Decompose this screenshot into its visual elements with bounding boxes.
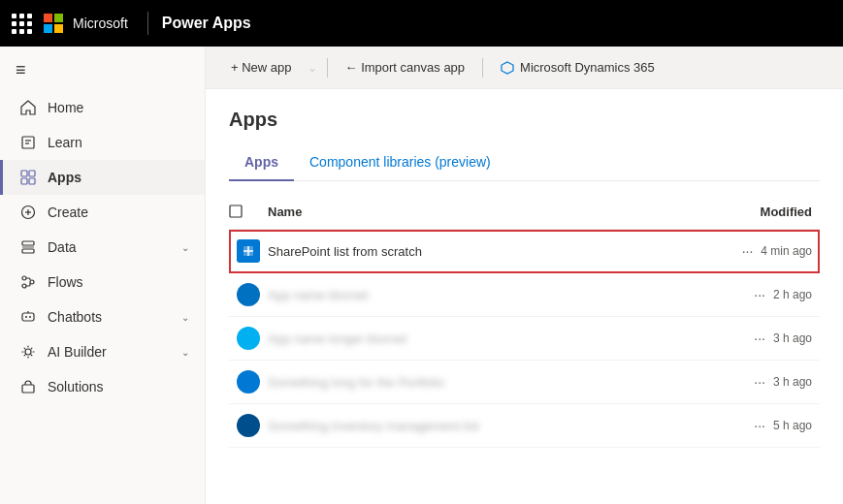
app-modified-time: 3 h ago bbox=[773, 331, 812, 345]
app-meta: ··· 4 min ago bbox=[696, 243, 812, 259]
toolbar-chevron: ⌄ bbox=[308, 61, 317, 75]
row-more-options[interactable]: ··· bbox=[754, 331, 765, 346]
app-modified-time: 2 h ago bbox=[773, 288, 812, 301]
row-more-options[interactable]: ··· bbox=[754, 287, 765, 302]
new-app-button[interactable]: + New app bbox=[221, 54, 302, 80]
main-content: + New app ⌄ ← Import canvas app Microsof… bbox=[206, 47, 843, 504]
microsoft-label: Microsoft bbox=[73, 16, 128, 31]
sidebar-item-create-label: Create bbox=[48, 205, 189, 220]
svg-rect-16 bbox=[22, 313, 34, 321]
app-meta: ··· 2 h ago bbox=[696, 287, 812, 302]
sidebar-item-create[interactable]: Create bbox=[0, 195, 205, 230]
svg-point-15 bbox=[22, 284, 26, 288]
svg-point-17 bbox=[25, 316, 27, 318]
chatbots-chevron-icon: ⌄ bbox=[181, 312, 189, 323]
sidebar-item-learn[interactable]: Learn bbox=[0, 125, 205, 160]
sidebar-item-chatbots[interactable]: Chatbots ⌄ bbox=[0, 299, 205, 334]
solutions-icon bbox=[18, 377, 38, 396]
svg-point-13 bbox=[22, 276, 26, 280]
app-modified-time: 3 h ago bbox=[773, 375, 812, 389]
table-row[interactable]: Something inventory management list ··· … bbox=[229, 404, 820, 448]
table-header: Name Modified bbox=[229, 197, 820, 230]
table-row[interactable]: App name blurred ··· 2 h ago bbox=[229, 273, 820, 317]
table-header-name: Name bbox=[268, 205, 696, 221]
app-icon-3 bbox=[229, 327, 268, 350]
table-header-checkbox-col bbox=[229, 205, 268, 221]
app-name: SharePoint list from scratch bbox=[268, 244, 696, 259]
row-more-options[interactable]: ··· bbox=[754, 418, 765, 433]
table-row[interactable]: App name longer blurred ··· 3 h ago bbox=[229, 317, 820, 361]
sidebar-item-flows[interactable]: Flows bbox=[0, 265, 205, 299]
sidebar-item-solutions-label: Solutions bbox=[48, 379, 189, 394]
tabs-bar: Apps Component libraries (preview) bbox=[229, 146, 820, 181]
sidebar-item-apps-label: Apps bbox=[48, 170, 189, 185]
home-icon bbox=[18, 98, 38, 117]
data-icon bbox=[18, 237, 38, 257]
app-icon-sharepoint bbox=[229, 239, 268, 263]
flows-icon bbox=[18, 272, 38, 292]
page-title: Apps bbox=[229, 109, 820, 131]
app-modified-time: 5 h ago bbox=[773, 419, 812, 432]
main-layout: ≡ Home Learn Apps Create bbox=[0, 47, 843, 504]
aibuilder-chevron-icon: ⌄ bbox=[181, 347, 189, 358]
create-icon bbox=[18, 203, 38, 222]
sidebar-item-learn-label: Learn bbox=[48, 135, 189, 150]
sidebar-item-solutions[interactable]: Solutions bbox=[0, 369, 205, 404]
row-more-options[interactable]: ··· bbox=[754, 374, 765, 390]
svg-rect-4 bbox=[29, 171, 35, 176]
svg-rect-0 bbox=[22, 137, 34, 148]
sidebar-item-data-label: Data bbox=[48, 239, 181, 255]
svg-point-20 bbox=[25, 349, 31, 355]
toolbar-separator-2 bbox=[482, 58, 483, 78]
dynamics-icon bbox=[501, 61, 514, 75]
topbar: Microsoft Power Apps bbox=[0, 0, 843, 47]
app-icon-5 bbox=[229, 414, 268, 437]
chatbots-icon bbox=[18, 307, 38, 327]
sidebar-item-home[interactable]: Home bbox=[0, 90, 205, 125]
svg-marker-22 bbox=[502, 62, 513, 74]
app-meta: ··· 3 h ago bbox=[696, 331, 812, 346]
tab-component-libraries[interactable]: Component libraries (preview) bbox=[294, 146, 506, 181]
dynamics-btn-label: Microsoft Dynamics 365 bbox=[520, 60, 655, 75]
app-icon-2 bbox=[229, 283, 268, 306]
sidebar-item-chatbots-label: Chatbots bbox=[48, 309, 181, 325]
svg-rect-21 bbox=[22, 385, 34, 393]
row-more-options[interactable]: ··· bbox=[742, 243, 754, 259]
tab-apps[interactable]: Apps bbox=[229, 146, 294, 181]
apps-icon bbox=[18, 168, 38, 187]
app-name: App name blurred bbox=[268, 288, 696, 302]
topbar-divider bbox=[147, 12, 148, 35]
table-row[interactable]: SharePoint list from scratch ··· 4 min a… bbox=[229, 230, 820, 273]
data-chevron-icon: ⌄ bbox=[181, 242, 189, 253]
hamburger-menu[interactable]: ≡ bbox=[0, 50, 205, 90]
svg-rect-11 bbox=[22, 249, 34, 253]
content-area: Apps Apps Component libraries (preview) … bbox=[206, 89, 843, 504]
svg-rect-5 bbox=[21, 178, 27, 184]
waffle-menu-icon[interactable] bbox=[12, 14, 32, 34]
dynamics-button[interactable]: Microsoft Dynamics 365 bbox=[491, 54, 665, 80]
svg-rect-10 bbox=[22, 241, 34, 245]
app-name: App name longer blurred bbox=[268, 331, 696, 346]
app-icon-4 bbox=[229, 370, 268, 394]
svg-point-18 bbox=[29, 316, 31, 318]
svg-rect-3 bbox=[21, 171, 27, 176]
sidebar-item-apps[interactable]: Apps bbox=[0, 160, 205, 195]
svg-rect-6 bbox=[29, 178, 35, 184]
sidebar-item-home-label: Home bbox=[48, 100, 189, 115]
sidebar: ≡ Home Learn Apps Create bbox=[0, 47, 206, 504]
svg-rect-23 bbox=[230, 205, 242, 217]
sidebar-item-aibuilder[interactable]: AI Builder ⌄ bbox=[0, 334, 205, 369]
import-canvas-button[interactable]: ← Import canvas app bbox=[336, 54, 475, 80]
table-header-modified: Modified bbox=[696, 205, 812, 221]
app-name: Something inventory management list bbox=[268, 419, 696, 433]
sidebar-item-aibuilder-label: AI Builder bbox=[48, 344, 181, 360]
app-name: Something long for the Portfolio bbox=[268, 375, 696, 390]
aibuilder-icon bbox=[18, 342, 38, 362]
sidebar-item-flows-label: Flows bbox=[48, 274, 189, 290]
app-title: Power Apps bbox=[162, 15, 251, 32]
sidebar-item-data[interactable]: Data ⌄ bbox=[0, 230, 205, 265]
toolbar: + New app ⌄ ← Import canvas app Microsof… bbox=[206, 47, 843, 89]
table-row[interactable]: Something long for the Portfolio ··· 3 h… bbox=[229, 361, 820, 404]
app-meta: ··· 5 h ago bbox=[696, 418, 812, 433]
app-meta: ··· 3 h ago bbox=[696, 374, 812, 390]
